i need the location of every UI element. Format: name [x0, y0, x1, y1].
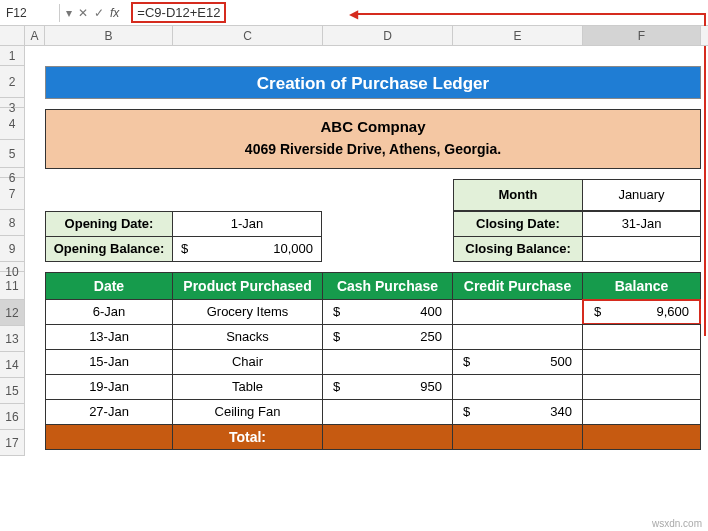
cell-credit[interactable] — [452, 324, 583, 350]
company-info-box: ABC Compnay 4069 Riverside Drive, Athens… — [45, 109, 701, 169]
cell-balance-selected[interactable]: $9,600 — [582, 299, 701, 325]
select-all-corner[interactable] — [0, 26, 25, 45]
total-balance[interactable] — [582, 424, 701, 450]
currency-symbol: $ — [463, 350, 470, 374]
cell-product[interactable]: Chair — [172, 349, 323, 375]
cell-date[interactable]: 15-Jan — [45, 349, 173, 375]
closing-balance-label: Closing Balance: — [453, 236, 583, 262]
col-header-E[interactable]: E — [453, 26, 583, 45]
row-header-1[interactable]: 1 — [0, 46, 25, 66]
col-header-C[interactable]: C — [173, 26, 323, 45]
cell-credit[interactable] — [452, 299, 583, 325]
row-header-12[interactable]: 12 — [0, 300, 25, 326]
annotation-line — [358, 13, 706, 15]
opening-date-value[interactable]: 1-Jan — [172, 211, 322, 237]
currency-symbol: $ — [333, 375, 340, 399]
month-label: Month — [453, 179, 583, 211]
cell-date[interactable]: 19-Jan — [45, 374, 173, 400]
currency-symbol: $ — [333, 300, 340, 324]
row-header-8[interactable]: 8 — [0, 210, 25, 236]
cell-cash[interactable]: $950 — [322, 374, 453, 400]
cell-date[interactable]: 27-Jan — [45, 399, 173, 425]
currency-symbol: $ — [463, 400, 470, 424]
row-headers: 1 2 3 4 5 6 7 8 9 10 11 12 13 14 15 16 1… — [0, 46, 25, 456]
closing-date-value[interactable]: 31-Jan — [582, 211, 701, 237]
row-header-4[interactable]: 4 — [0, 108, 25, 140]
cell-product[interactable]: Snacks — [172, 324, 323, 350]
company-name: ABC Compnay — [46, 118, 700, 135]
row-header-15[interactable]: 15 — [0, 378, 25, 404]
row-header-7[interactable]: 7 — [0, 178, 25, 210]
row-header-2[interactable]: 2 — [0, 66, 25, 98]
cell-credit[interactable]: $340 — [452, 399, 583, 425]
accept-formula-icon[interactable]: ✓ — [94, 6, 104, 20]
total-label: Total: — [172, 424, 323, 450]
row-header-16[interactable]: 16 — [0, 404, 25, 430]
currency-symbol: $ — [181, 237, 188, 261]
currency-value: 9,600 — [656, 300, 689, 324]
col-header-A[interactable]: A — [25, 26, 45, 45]
total-credit[interactable] — [452, 424, 583, 450]
row-header-6[interactable]: 6 — [0, 168, 25, 178]
currency-value: 500 — [550, 350, 572, 374]
currency-value: 340 — [550, 400, 572, 424]
cell-date[interactable]: 6-Jan — [45, 299, 173, 325]
closing-date-label: Closing Date: — [453, 211, 583, 237]
currency-value: 250 — [420, 325, 442, 349]
th-credit: Credit Purchase — [452, 272, 583, 300]
opening-balance-label: Opening Balance: — [45, 236, 173, 262]
col-header-B[interactable]: B — [45, 26, 173, 45]
cell-credit[interactable] — [452, 374, 583, 400]
row-header-17[interactable]: 17 — [0, 430, 25, 456]
cell-cash[interactable] — [322, 349, 453, 375]
cancel-formula-icon[interactable]: ✕ — [78, 6, 88, 20]
col-header-F[interactable]: F — [583, 26, 701, 45]
cell-product[interactable]: Grocery Items — [172, 299, 323, 325]
row-header-5[interactable]: 5 — [0, 140, 25, 168]
formula-highlight: =C9-D12+E12 — [131, 2, 226, 23]
cell-product[interactable]: Table — [172, 374, 323, 400]
name-box-dropdown-icon[interactable]: ▾ — [66, 6, 72, 20]
cell-balance[interactable] — [582, 349, 701, 375]
row-header-10[interactable]: 10 — [0, 262, 25, 272]
cell-balance[interactable] — [582, 399, 701, 425]
annotation-line — [704, 13, 706, 336]
watermark: wsxdn.com — [652, 518, 702, 529]
cell-balance[interactable] — [582, 324, 701, 350]
name-box[interactable]: F12 — [0, 4, 60, 22]
row-header-9[interactable]: 9 — [0, 236, 25, 262]
currency-symbol: $ — [594, 300, 601, 324]
company-address: 4069 Riverside Drive, Athens, Georgia. — [46, 141, 700, 157]
row-header-14[interactable]: 14 — [0, 352, 25, 378]
total-label-cell — [45, 424, 173, 450]
th-product: Product Purchased — [172, 272, 323, 300]
cell-credit[interactable]: $500 — [452, 349, 583, 375]
opening-date-label: Opening Date: — [45, 211, 173, 237]
column-headers: A B C D E F — [0, 26, 708, 46]
row-header-3[interactable]: 3 — [0, 98, 25, 108]
fx-icon[interactable]: fx — [110, 6, 119, 20]
formula-controls: ▾ ✕ ✓ fx — [60, 6, 125, 20]
total-cash[interactable] — [322, 424, 453, 450]
month-value[interactable]: January — [582, 179, 701, 211]
th-cash: Cash Purchase — [322, 272, 453, 300]
th-balance: Balance — [582, 272, 701, 300]
cell-balance[interactable] — [582, 374, 701, 400]
row-header-13[interactable]: 13 — [0, 326, 25, 352]
closing-balance-value[interactable] — [582, 236, 701, 262]
opening-balance-value[interactable]: $ 10,000 — [172, 236, 322, 262]
page-title: Creation of Purchase Ledger — [45, 66, 701, 99]
row-header-11[interactable]: 11 — [0, 272, 25, 300]
cell-cash[interactable]: $400 — [322, 299, 453, 325]
annotation-arrow-icon: ◀ — [349, 7, 358, 21]
currency-symbol: $ — [333, 325, 340, 349]
th-date: Date — [45, 272, 173, 300]
cell-cash[interactable] — [322, 399, 453, 425]
cell-date[interactable]: 13-Jan — [45, 324, 173, 350]
currency-value: 400 — [420, 300, 442, 324]
col-header-D[interactable]: D — [323, 26, 453, 45]
currency-value: 10,000 — [273, 237, 313, 261]
spreadsheet-grid: A B C D E F 1 2 3 4 5 6 7 8 9 10 11 12 1… — [0, 26, 708, 46]
cell-product[interactable]: Ceiling Fan — [172, 399, 323, 425]
cell-cash[interactable]: $250 — [322, 324, 453, 350]
